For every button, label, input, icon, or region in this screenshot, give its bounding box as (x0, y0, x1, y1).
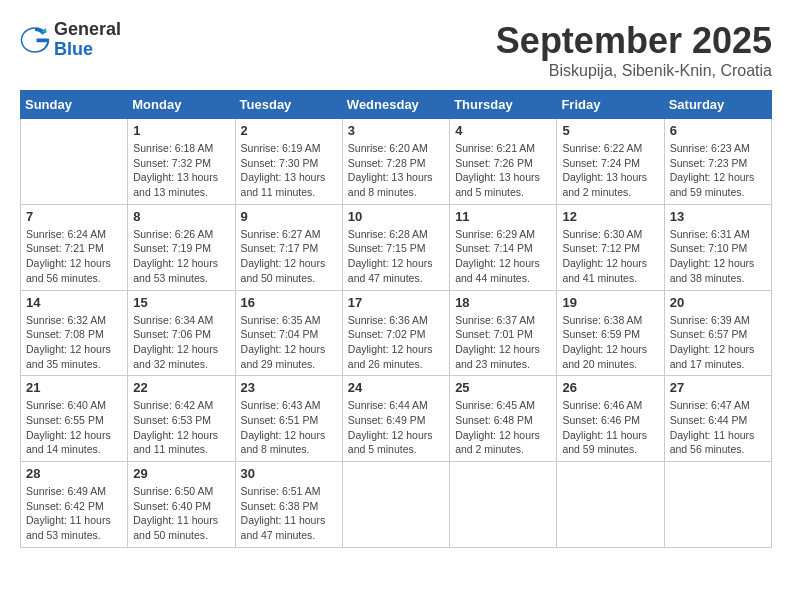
calendar-cell: 22Sunrise: 6:42 AMSunset: 6:53 PMDayligh… (128, 376, 235, 462)
calendar-week-row: 21Sunrise: 6:40 AMSunset: 6:55 PMDayligh… (21, 376, 772, 462)
day-header-wednesday: Wednesday (342, 91, 449, 119)
calendar-cell: 8Sunrise: 6:26 AMSunset: 7:19 PMDaylight… (128, 204, 235, 290)
calendar-cell (342, 462, 449, 548)
month-title: September 2025 (496, 20, 772, 62)
logo-icon (20, 25, 50, 55)
day-info: Sunrise: 6:27 AMSunset: 7:17 PMDaylight:… (241, 227, 337, 286)
calendar-week-row: 1Sunrise: 6:18 AMSunset: 7:32 PMDaylight… (21, 119, 772, 205)
day-info: Sunrise: 6:47 AMSunset: 6:44 PMDaylight:… (670, 398, 766, 457)
calendar-cell: 16Sunrise: 6:35 AMSunset: 7:04 PMDayligh… (235, 290, 342, 376)
day-info: Sunrise: 6:22 AMSunset: 7:24 PMDaylight:… (562, 141, 658, 200)
calendar-week-row: 28Sunrise: 6:49 AMSunset: 6:42 PMDayligh… (21, 462, 772, 548)
day-number: 1 (133, 123, 229, 138)
day-info: Sunrise: 6:49 AMSunset: 6:42 PMDaylight:… (26, 484, 122, 543)
title-area: September 2025 Biskupija, Sibenik-Knin, … (496, 20, 772, 80)
calendar-cell: 18Sunrise: 6:37 AMSunset: 7:01 PMDayligh… (450, 290, 557, 376)
day-info: Sunrise: 6:30 AMSunset: 7:12 PMDaylight:… (562, 227, 658, 286)
calendar-cell: 28Sunrise: 6:49 AMSunset: 6:42 PMDayligh… (21, 462, 128, 548)
calendar-cell: 11Sunrise: 6:29 AMSunset: 7:14 PMDayligh… (450, 204, 557, 290)
day-info: Sunrise: 6:45 AMSunset: 6:48 PMDaylight:… (455, 398, 551, 457)
calendar-cell: 26Sunrise: 6:46 AMSunset: 6:46 PMDayligh… (557, 376, 664, 462)
day-info: Sunrise: 6:18 AMSunset: 7:32 PMDaylight:… (133, 141, 229, 200)
day-info: Sunrise: 6:38 AMSunset: 6:59 PMDaylight:… (562, 313, 658, 372)
day-number: 19 (562, 295, 658, 310)
day-info: Sunrise: 6:36 AMSunset: 7:02 PMDaylight:… (348, 313, 444, 372)
day-number: 26 (562, 380, 658, 395)
calendar-cell: 27Sunrise: 6:47 AMSunset: 6:44 PMDayligh… (664, 376, 771, 462)
day-number: 2 (241, 123, 337, 138)
day-number: 20 (670, 295, 766, 310)
day-info: Sunrise: 6:26 AMSunset: 7:19 PMDaylight:… (133, 227, 229, 286)
day-number: 5 (562, 123, 658, 138)
day-number: 12 (562, 209, 658, 224)
day-number: 24 (348, 380, 444, 395)
day-info: Sunrise: 6:43 AMSunset: 6:51 PMDaylight:… (241, 398, 337, 457)
calendar-cell: 20Sunrise: 6:39 AMSunset: 6:57 PMDayligh… (664, 290, 771, 376)
day-number: 28 (26, 466, 122, 481)
day-number: 30 (241, 466, 337, 481)
calendar-cell: 6Sunrise: 6:23 AMSunset: 7:23 PMDaylight… (664, 119, 771, 205)
day-header-saturday: Saturday (664, 91, 771, 119)
calendar-header-row: SundayMondayTuesdayWednesdayThursdayFrid… (21, 91, 772, 119)
day-number: 16 (241, 295, 337, 310)
day-number: 13 (670, 209, 766, 224)
calendar-cell (21, 119, 128, 205)
calendar-cell: 10Sunrise: 6:28 AMSunset: 7:15 PMDayligh… (342, 204, 449, 290)
calendar-cell: 4Sunrise: 6:21 AMSunset: 7:26 PMDaylight… (450, 119, 557, 205)
day-info: Sunrise: 6:39 AMSunset: 6:57 PMDaylight:… (670, 313, 766, 372)
day-info: Sunrise: 6:42 AMSunset: 6:53 PMDaylight:… (133, 398, 229, 457)
day-header-sunday: Sunday (21, 91, 128, 119)
day-number: 10 (348, 209, 444, 224)
day-number: 9 (241, 209, 337, 224)
day-info: Sunrise: 6:29 AMSunset: 7:14 PMDaylight:… (455, 227, 551, 286)
day-number: 15 (133, 295, 229, 310)
calendar-table: SundayMondayTuesdayWednesdayThursdayFrid… (20, 90, 772, 548)
day-header-thursday: Thursday (450, 91, 557, 119)
calendar-cell: 24Sunrise: 6:44 AMSunset: 6:49 PMDayligh… (342, 376, 449, 462)
day-number: 8 (133, 209, 229, 224)
calendar-cell: 7Sunrise: 6:24 AMSunset: 7:21 PMDaylight… (21, 204, 128, 290)
day-number: 21 (26, 380, 122, 395)
calendar-cell: 13Sunrise: 6:31 AMSunset: 7:10 PMDayligh… (664, 204, 771, 290)
day-number: 11 (455, 209, 551, 224)
day-info: Sunrise: 6:46 AMSunset: 6:46 PMDaylight:… (562, 398, 658, 457)
day-info: Sunrise: 6:40 AMSunset: 6:55 PMDaylight:… (26, 398, 122, 457)
day-header-friday: Friday (557, 91, 664, 119)
calendar-cell (664, 462, 771, 548)
day-info: Sunrise: 6:21 AMSunset: 7:26 PMDaylight:… (455, 141, 551, 200)
day-header-monday: Monday (128, 91, 235, 119)
calendar-cell: 17Sunrise: 6:36 AMSunset: 7:02 PMDayligh… (342, 290, 449, 376)
logo: General Blue (20, 20, 121, 60)
day-info: Sunrise: 6:20 AMSunset: 7:28 PMDaylight:… (348, 141, 444, 200)
calendar-cell: 14Sunrise: 6:32 AMSunset: 7:08 PMDayligh… (21, 290, 128, 376)
day-info: Sunrise: 6:31 AMSunset: 7:10 PMDaylight:… (670, 227, 766, 286)
logo-general: General (54, 20, 121, 40)
day-info: Sunrise: 6:35 AMSunset: 7:04 PMDaylight:… (241, 313, 337, 372)
calendar-cell: 30Sunrise: 6:51 AMSunset: 6:38 PMDayligh… (235, 462, 342, 548)
calendar-cell: 21Sunrise: 6:40 AMSunset: 6:55 PMDayligh… (21, 376, 128, 462)
calendar-cell: 23Sunrise: 6:43 AMSunset: 6:51 PMDayligh… (235, 376, 342, 462)
day-number: 29 (133, 466, 229, 481)
day-number: 7 (26, 209, 122, 224)
calendar-week-row: 14Sunrise: 6:32 AMSunset: 7:08 PMDayligh… (21, 290, 772, 376)
calendar-cell: 19Sunrise: 6:38 AMSunset: 6:59 PMDayligh… (557, 290, 664, 376)
calendar-cell: 25Sunrise: 6:45 AMSunset: 6:48 PMDayligh… (450, 376, 557, 462)
day-info: Sunrise: 6:44 AMSunset: 6:49 PMDaylight:… (348, 398, 444, 457)
calendar-cell: 5Sunrise: 6:22 AMSunset: 7:24 PMDaylight… (557, 119, 664, 205)
calendar-cell: 12Sunrise: 6:30 AMSunset: 7:12 PMDayligh… (557, 204, 664, 290)
day-header-tuesday: Tuesday (235, 91, 342, 119)
day-number: 17 (348, 295, 444, 310)
day-number: 27 (670, 380, 766, 395)
day-info: Sunrise: 6:34 AMSunset: 7:06 PMDaylight:… (133, 313, 229, 372)
day-number: 4 (455, 123, 551, 138)
logo-text: General Blue (54, 20, 121, 60)
calendar-cell: 9Sunrise: 6:27 AMSunset: 7:17 PMDaylight… (235, 204, 342, 290)
day-number: 23 (241, 380, 337, 395)
calendar-cell: 29Sunrise: 6:50 AMSunset: 6:40 PMDayligh… (128, 462, 235, 548)
page-header: General Blue September 2025 Biskupija, S… (20, 20, 772, 80)
day-info: Sunrise: 6:19 AMSunset: 7:30 PMDaylight:… (241, 141, 337, 200)
calendar-week-row: 7Sunrise: 6:24 AMSunset: 7:21 PMDaylight… (21, 204, 772, 290)
day-number: 14 (26, 295, 122, 310)
logo-blue: Blue (54, 40, 121, 60)
calendar-cell (450, 462, 557, 548)
